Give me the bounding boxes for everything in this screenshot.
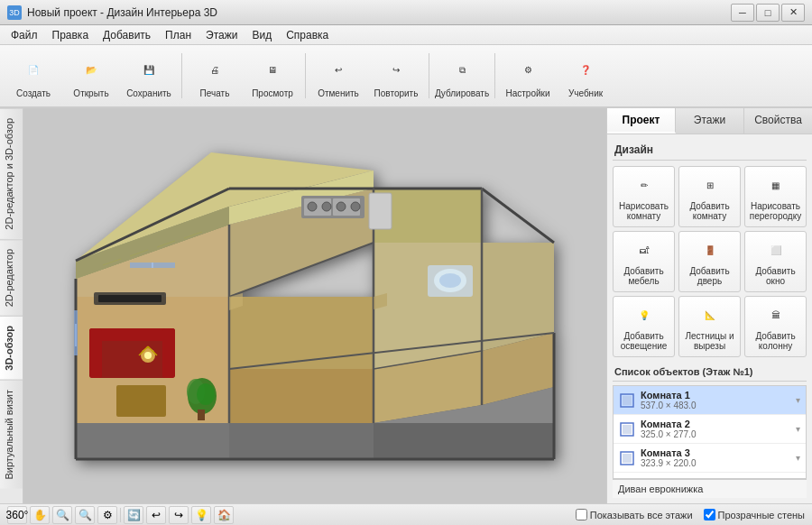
zoom-out-button[interactable]: 🔍 (52, 506, 72, 524)
svg-rect-73 (623, 425, 632, 434)
zoom-in-button[interactable]: 🔍 (75, 506, 95, 524)
menu-item-вид[interactable]: Вид (245, 27, 279, 43)
room-icon (619, 450, 635, 466)
canvas-area[interactable] (23, 108, 606, 503)
status-checkboxes: Показывать все этажи Прозрачные стены (576, 509, 805, 520)
redo2-button[interactable]: ↪ (169, 506, 189, 524)
design-btn-pencil[interactable]: ✏Нарисовать комнату (613, 166, 675, 227)
duplicate-icon: ⧉ (446, 54, 478, 87)
design-btn-door[interactable]: 🚪Добавить дверь (678, 231, 741, 292)
svg-point-53 (337, 202, 346, 211)
toolbar-btn-new[interactable]: 📄Создать (5, 49, 61, 103)
right-tab-свойства[interactable]: Свойства (744, 108, 812, 134)
menu-item-этажи[interactable]: Этажи (198, 27, 245, 43)
design-btn-stairs[interactable]: 📐Лестницы и вырезы (678, 296, 741, 357)
design-btn-light[interactable]: 💡Добавить освещение (613, 296, 675, 357)
svg-rect-75 (623, 454, 632, 463)
svg-rect-55 (369, 193, 392, 229)
object-item-3[interactable]: Комната 3 323.9 × 220.0 ▾ (614, 444, 806, 473)
left-tab-виртуальный-визит[interactable]: Виртуальный визит (0, 380, 23, 489)
design-btn-wall[interactable]: ▦Нарисовать перегородку (744, 166, 807, 227)
room-add-icon: ⊞ (697, 172, 723, 198)
menu-item-добавить[interactable]: Добавить (96, 27, 158, 43)
light-icon: 💡 (632, 302, 657, 327)
object-item-1[interactable]: Комната 1 537.0 × 483.0 ▾ (614, 386, 806, 415)
svg-rect-71 (623, 396, 632, 405)
sofa-icon: 🛋 (632, 237, 657, 262)
close-button[interactable]: ✕ (781, 4, 805, 22)
svg-marker-11 (374, 243, 482, 369)
home-button[interactable]: 🏠 (214, 506, 234, 524)
minimize-button[interactable]: ─ (731, 4, 754, 22)
design-btn-sofa[interactable]: 🛋Добавить мебель (613, 231, 675, 292)
object-item-2[interactable]: Комната 2 325.0 × 277.0 ▾ (614, 415, 806, 444)
menu-item-файл[interactable]: Файл (4, 27, 45, 43)
pan-button[interactable]: ✋ (30, 506, 50, 524)
menu-item-правка[interactable]: Правка (45, 27, 97, 43)
svg-point-58 (439, 273, 461, 288)
settings2-button[interactable]: ⚙ (97, 506, 117, 524)
column-icon: 🏛 (763, 302, 789, 327)
toolbar-btn-save[interactable]: 💾Сохранить (121, 49, 177, 103)
design-section: Дизайн ✏Нарисовать комнату⊞Добавить комн… (607, 134, 812, 363)
objects-footer: Диван еврокнижка (613, 479, 807, 498)
new-icon: 📄 (17, 54, 50, 87)
design-btn-column[interactable]: 🏛Добавить колонну (744, 296, 807, 357)
open-icon: 📂 (75, 54, 107, 87)
pencil-icon: ✏ (632, 172, 657, 198)
left-tab-3d-обзор[interactable]: 3D-обзор (0, 316, 23, 380)
undo2-button[interactable]: ↩ (146, 506, 166, 524)
svg-rect-40 (162, 328, 175, 378)
toolbar-btn-settings[interactable]: ⚙Настройки (500, 49, 556, 103)
toolbar-btn-print[interactable]: 🖨Печать (187, 49, 243, 103)
menu-item-план[interactable]: План (158, 27, 198, 43)
design-btn-window[interactable]: ⬜Добавить окно (744, 231, 807, 292)
objects-section-title: Список объектов (Этаж №1) (613, 363, 807, 382)
chevron-down-icon: ▾ (796, 424, 800, 434)
svg-point-54 (351, 202, 360, 211)
undo-icon: ↩ (322, 54, 355, 87)
maximize-button[interactable]: □ (756, 4, 780, 22)
print-icon: 🖨 (198, 54, 231, 87)
right-panel: ПроектЭтажиСвойства Дизайн ✏Нарисовать к… (606, 108, 812, 503)
checkbox-показывать-все-этажи[interactable]: Показывать все этажи (576, 509, 693, 520)
toolbar-btn-duplicate[interactable]: ⧉Дублировать (434, 49, 490, 103)
chevron-down-icon: ▾ (796, 453, 800, 463)
status-separator (120, 508, 121, 522)
toolbar-btn-open[interactable]: 📂Открыть (63, 49, 119, 103)
svg-point-52 (322, 202, 331, 211)
svg-marker-19 (76, 423, 229, 459)
objects-list[interactable]: Комната 1 537.0 × 483.0 ▾ Комната 2 325.… (613, 385, 807, 479)
left-tab-2d-редактор-и-3d-обзор[interactable]: 2D-редактор и 3D-обзор (0, 108, 23, 239)
window-icon: ⬜ (763, 237, 789, 262)
menu-item-справка[interactable]: Справка (279, 27, 336, 43)
toolbar-separator (494, 53, 495, 98)
design-grid: ✏Нарисовать комнату⊞Добавить комнату▦Нар… (613, 166, 807, 357)
right-tab-этажи[interactable]: Этажи (676, 108, 744, 134)
svg-rect-38 (89, 328, 175, 341)
toolbar-btn-preview[interactable]: 🖥Просмотр (245, 49, 300, 103)
save-icon: 💾 (133, 54, 165, 87)
title-bar-left: 3D Новый проект - Дизайн Интерьера 3D (7, 5, 217, 20)
checkbox-прозрачные-стены[interactable]: Прозрачные стены (704, 509, 805, 520)
toolbar-btn-help[interactable]: ❓Учебник (558, 49, 614, 103)
preview-icon: 🖥 (256, 54, 289, 87)
refresh-button[interactable]: 🔄 (124, 506, 143, 524)
app-title: Новый проект - Дизайн Интерьера 3D (27, 6, 217, 19)
right-tab-проект[interactable]: Проект (607, 108, 676, 134)
chevron-down-icon: ▾ (796, 395, 800, 405)
toolbar-btn-redo[interactable]: ↪Повторить (368, 49, 424, 103)
svg-point-60 (144, 352, 152, 359)
360-view-button[interactable]: 360° (7, 506, 27, 524)
wall-icon: ▦ (763, 172, 789, 198)
object-item-4[interactable]: Комната 4 175.0 × 175.0 ▾ (614, 473, 806, 479)
light2-button[interactable]: 💡 (191, 506, 211, 524)
right-panel-tabs: ПроектЭтажиСвойства (607, 108, 812, 134)
left-tab-2d-редактор[interactable]: 2D-редактор (0, 239, 23, 316)
room-icon (619, 392, 635, 409)
toolbar-btn-undo[interactable]: ↩Отменить (310, 49, 366, 103)
menu-bar: ФайлПравкаДобавитьПланЭтажиВидСправка (0, 25, 812, 45)
toolbar-separator (429, 53, 429, 98)
design-btn-room-add[interactable]: ⊞Добавить комнату (678, 166, 741, 227)
left-tabs: 2D-редактор и 3D-обзор2D-редактор3D-обзо… (0, 108, 23, 503)
